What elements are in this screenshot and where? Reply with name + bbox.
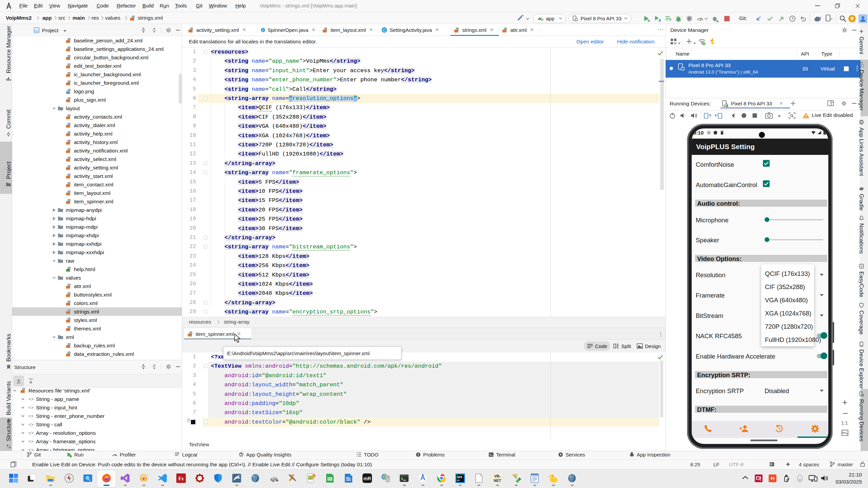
svg-text:<>: <> — [66, 294, 70, 297]
svg-text:<>: <> — [66, 319, 70, 323]
svg-text:<>: <> — [503, 29, 506, 33]
svg-text:VB-: VB- — [494, 474, 501, 478]
svg-text:mR: mR — [363, 476, 371, 481]
svg-text:<>: <> — [28, 431, 34, 435]
svg-text:<>: <> — [66, 175, 70, 179]
svg-text:<>: <> — [21, 390, 24, 393]
svg-text:<>: <> — [66, 302, 70, 306]
svg-text:<>: <> — [189, 29, 192, 33]
svg-text:<>: <> — [28, 397, 34, 402]
svg-text:<>: <> — [28, 405, 34, 410]
svg-text:<>: <> — [66, 201, 70, 204]
svg-text:<>: <> — [66, 133, 70, 136]
svg-text:<>: <> — [66, 328, 70, 331]
svg-text:<>: <> — [66, 345, 70, 348]
svg-text:<>: <> — [66, 141, 70, 145]
svg-text:A: A — [658, 18, 661, 22]
svg-text:<>: <> — [66, 158, 70, 162]
svg-text:C: C — [262, 28, 264, 32]
svg-text:<>: <> — [188, 333, 192, 337]
svg-text:<>: <> — [66, 65, 70, 68]
svg-text:<>: <> — [28, 439, 34, 444]
svg-text:<>: <> — [455, 29, 458, 33]
svg-text:Fz: Fz — [178, 476, 184, 481]
svg-text:<>: <> — [66, 40, 70, 43]
svg-text:<>: <> — [66, 124, 70, 128]
svg-text:<>: <> — [66, 57, 70, 60]
svg-text:WS: WS — [457, 475, 462, 479]
svg-text:<>: <> — [66, 82, 70, 85]
svg-text:<>: <> — [66, 74, 70, 77]
svg-text:<>: <> — [323, 29, 327, 33]
svg-text:H: H — [67, 268, 69, 272]
svg-text:<>: <> — [66, 99, 70, 102]
svg-text:<>: <> — [28, 414, 34, 419]
svg-text:<>: <> — [66, 192, 70, 196]
svg-text:<>: <> — [66, 353, 70, 357]
svg-text:<>: <> — [66, 311, 70, 314]
svg-text:<>: <> — [66, 150, 70, 153]
svg-text:<>: <> — [66, 285, 70, 289]
svg-text:<>: <> — [66, 48, 70, 52]
svg-text:<>: <> — [28, 422, 34, 427]
svg-text:<>: <> — [131, 17, 134, 21]
svg-text:<>: <> — [66, 116, 70, 119]
svg-text:C: C — [383, 28, 386, 32]
svg-text:<>: <> — [66, 167, 70, 170]
svg-text:NET: NET — [494, 479, 501, 483]
svg-text:<>: <> — [66, 184, 70, 187]
